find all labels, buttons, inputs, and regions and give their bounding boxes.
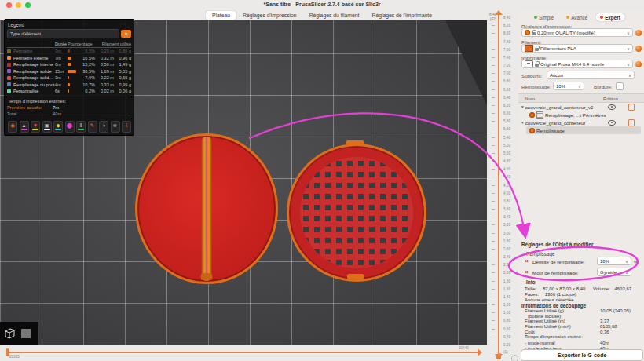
feature-name: Périmètre xyxy=(13,49,55,53)
feature-meters: 0,02 m xyxy=(95,89,114,93)
object-list-header: Nom Édition xyxy=(518,93,644,103)
tab-plateau[interactable]: Plateau xyxy=(206,11,236,20)
center-of-gravity-toggle-button[interactable]: ◑ xyxy=(99,121,108,133)
retraction-toggle-button[interactable]: ▲ xyxy=(20,121,29,133)
infill-pattern-label: Motif de remplissage: xyxy=(532,270,579,275)
pause-toggle-button[interactable]: ‖ xyxy=(76,121,86,133)
tick-label: 4,00 xyxy=(503,191,510,195)
mode-simple[interactable]: Simple xyxy=(529,13,558,21)
tick-label: 5,60 xyxy=(503,127,510,131)
brim-checkbox[interactable] xyxy=(616,82,624,90)
feature-grams: 5,05 g xyxy=(114,69,131,74)
feature-percent-bar xyxy=(68,89,79,93)
filament-color-swatch xyxy=(525,45,533,52)
filament-dropdown[interactable]: Fillamentum PLA ∨ xyxy=(521,44,633,53)
view-type-dropdown[interactable]: Type d'élément xyxy=(7,29,119,38)
filter-funnel-button[interactable]: ▼ xyxy=(121,30,131,38)
print-settings-dropdown[interactable]: 0.20mm QUALITY (modifié) ∨ xyxy=(521,28,633,37)
object-row[interactable]: ▾couvercle_grand_conteneur_v2 xyxy=(518,103,644,111)
print-settings-sphere-button[interactable] xyxy=(635,30,642,36)
slicing-label: Filament Utilisé (m) xyxy=(525,319,600,323)
supports-dropdown[interactable]: Aucun ∨ xyxy=(547,71,635,79)
legend-row[interactable]: Remplissage du pont4m10,7%0,33 m0,99 g xyxy=(7,82,131,89)
mode-label: Simple xyxy=(539,15,554,20)
move-slider-right-handle[interactable] xyxy=(478,348,482,356)
export-gcode-button[interactable]: Exporter le G-code xyxy=(521,349,643,361)
edit-icon[interactable] xyxy=(628,104,635,111)
shells-toggle-button[interactable]: ◉ xyxy=(8,121,17,133)
filament-sphere-button[interactable] xyxy=(635,46,642,52)
infill-pattern-combo[interactable]: Gyroide ∨ xyxy=(597,268,631,276)
setting-row[interactable]: Remplissage; ...t Périmètres xyxy=(518,111,644,119)
object-name: couvercle_grand_conteneur xyxy=(525,120,586,126)
disk-object-solid[interactable] xyxy=(135,133,278,284)
infill-dropdown[interactable]: 10% ∨ xyxy=(553,82,584,90)
tick-mark xyxy=(492,264,495,265)
layer-slider-track[interactable] xyxy=(498,15,499,353)
setting-row[interactable]: Remplissage xyxy=(526,126,641,134)
deretraction-toggle-button[interactable]: ▼ xyxy=(31,121,40,133)
feature-percent-bar xyxy=(68,57,79,60)
infill-density-combo[interactable]: 10% ∨ xyxy=(597,257,631,265)
legend-row[interactable]: Remplissage interne6m15,2%0,50 m1,49 g xyxy=(7,61,131,68)
setting-name: Remplissage; ...t Périmètres xyxy=(545,112,606,118)
options-toggle-button[interactable]: ⊕ xyxy=(111,121,120,133)
expander-icon[interactable]: ▾ xyxy=(521,104,524,109)
tick-mark xyxy=(492,297,495,297)
layer-slider-top-handle[interactable] xyxy=(495,10,503,15)
preview-layers-icon[interactable] xyxy=(19,326,33,341)
feature-percent: 15,2% xyxy=(79,62,95,67)
size-row: Taille: 87,00 x 87,00 x 8,40 Volume: 460… xyxy=(525,286,631,291)
printer-sphere-button[interactable] xyxy=(635,61,642,67)
seam-toggle-button[interactable]: ▣ xyxy=(42,121,52,133)
tab-r-glages-du-filament[interactable]: Réglages du filament xyxy=(303,11,366,20)
tick-mark xyxy=(492,224,495,225)
custom-gcode-toggle-icon: ✎ xyxy=(90,122,94,128)
eye-icon[interactable] xyxy=(608,104,616,110)
feature-percent-bar xyxy=(68,76,79,79)
delete-setting-icon[interactable]: × xyxy=(525,258,529,264)
move-slider-left-handle[interactable] xyxy=(6,348,9,356)
disk-object-infill[interactable] xyxy=(287,144,426,282)
tool-change-toggle-button[interactable]: ◆ xyxy=(53,121,63,133)
tick-label: 6,80 xyxy=(503,79,510,83)
move-slider-left-value: 20365 xyxy=(9,355,20,359)
bar-fill xyxy=(68,63,71,66)
expander-icon[interactable]: ▾ xyxy=(521,120,524,125)
object-row[interactable]: ▾couvercle_grand_conteneur xyxy=(518,119,644,126)
printer-dropdown[interactable]: Original Prusa MK4 0.4 nozzle ∨ xyxy=(521,60,633,68)
delete-setting-icon[interactable]: × xyxy=(525,269,529,275)
travel-toggle-button[interactable]: ⇩ xyxy=(122,121,131,133)
slider-settings-gear-icon[interactable] xyxy=(511,355,518,361)
slider-lock-icon[interactable] xyxy=(496,356,501,359)
tick-mark xyxy=(492,281,495,282)
tab-r-glages-d-impression[interactable]: Réglages d'impression xyxy=(236,11,303,20)
tick-mark xyxy=(492,209,495,210)
move-slider-track[interactable] xyxy=(8,352,479,353)
tab-r-glages-de-l-imprimante[interactable]: Réglages de l'imprimante xyxy=(365,11,437,20)
legend-row[interactable]: Remplissage solide supérieur3m7,9%0,22 m… xyxy=(7,75,131,82)
feature-color-swatch xyxy=(7,63,11,67)
brim-label: Bordure: xyxy=(594,84,613,89)
tick-label: 3,40 xyxy=(503,215,510,219)
legend-row[interactable]: Remplissage solide15m36,5%1,69 m5,05 g xyxy=(7,68,131,75)
pause-toggle-icon: ‖ xyxy=(80,122,82,128)
col-percent: Pourcentage xyxy=(68,42,95,46)
feature-color-swatch xyxy=(7,89,11,93)
custom-gcode-toggle-button[interactable]: ✎ xyxy=(88,121,97,133)
tick-label: 5,80 xyxy=(503,119,510,123)
editor-view-icon[interactable] xyxy=(2,326,16,341)
mode-expert[interactable]: Expert xyxy=(595,13,625,21)
legend-row[interactable]: Périmètre3m8,5%0,29 m0,86 g xyxy=(7,48,131,55)
tick-mark xyxy=(492,49,495,50)
mode-dot xyxy=(566,16,569,19)
edit-icon[interactable] xyxy=(628,119,635,126)
tick-label: 5,20 xyxy=(503,144,510,148)
slicing-row: Filament Utilisé (mm³)8105,68 xyxy=(525,324,639,330)
legend-row[interactable]: Personnalisé6s0,2%0,02 m0,06 g xyxy=(7,88,131,95)
mode-avanc-[interactable]: Avancé xyxy=(562,13,592,21)
eye-icon[interactable] xyxy=(608,120,616,126)
color-change-toggle-button[interactable]: ⬤ xyxy=(65,121,75,133)
legend-row[interactable]: Périmètre externe7m16,5%0,32 m0,96 g xyxy=(7,55,131,62)
slicing-value: 8105,68 xyxy=(600,324,639,329)
